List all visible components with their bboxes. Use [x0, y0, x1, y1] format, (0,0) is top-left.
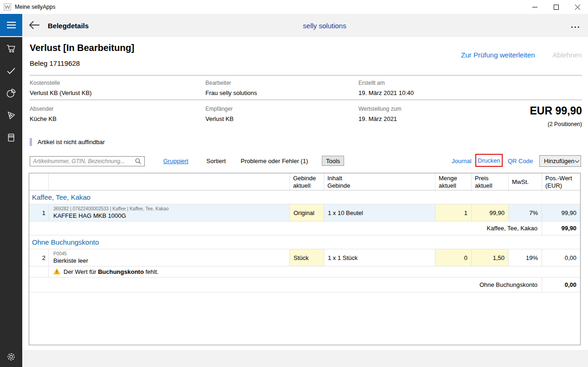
- main-content: Verlust [In Bearbeitung] Beleg 17119628 …: [22, 37, 588, 367]
- inhalt-cell: 1 x 1 Stück: [324, 249, 435, 266]
- col-gebinde: Gebinde aktuell: [290, 173, 324, 191]
- col-pos-wert: Pos.-Wert (EUR): [542, 173, 580, 191]
- col-num: [29, 173, 49, 191]
- document-total: EUR 99,90 (2 Positionen): [530, 105, 582, 127]
- search-icon[interactable]: [135, 158, 141, 165]
- group-header: Kaffee, Tee, Kakao: [29, 190, 580, 204]
- wert-cell: 99,90: [542, 204, 580, 221]
- hamburger-menu-button[interactable]: [0, 14, 22, 36]
- group-header: Ohne Buchungskonto: [29, 235, 580, 249]
- app-logo-icon: [4, 3, 11, 11]
- close-button[interactable]: [567, 0, 588, 14]
- inhalt-cell: 1 x 10 Beutel: [324, 204, 435, 221]
- divider: [30, 100, 582, 100]
- menge-cell[interactable]: 1: [435, 204, 472, 221]
- col-preis: Preis aktuell: [472, 173, 509, 191]
- more-options-button[interactable]: [569, 20, 582, 31]
- field-kostenstelle: Kostenstelle Verlust KB (Verlust KB): [30, 80, 92, 96]
- title-bar: Meine sellyApps: [0, 0, 588, 14]
- print-highlight-annotation: Drucken: [475, 154, 503, 167]
- col-article: [49, 173, 290, 191]
- mwst-cell: 19%: [509, 249, 542, 266]
- row-number: 2: [29, 249, 49, 266]
- group-subtotal-row: Kaffee, Tee, Kakao 99,90: [29, 221, 580, 235]
- table-header-row: Gebinde aktuell Inhalt Gebinde Menge akt…: [29, 173, 580, 190]
- reject-button: Ablehnen: [553, 51, 582, 59]
- problems-filter[interactable]: Probleme oder Fehler (1): [241, 158, 308, 165]
- total-amount: EUR 99,90: [530, 105, 582, 117]
- article-name: KAFFEE HAG MKB 1000G: [53, 212, 126, 219]
- field-bearbeiter: Bearbeiter Frau selly solutions: [205, 80, 257, 96]
- field-erstellt-am: Erstellt am 19. März 2021 10:40: [358, 80, 414, 96]
- book-icon[interactable]: [6, 133, 17, 142]
- tag-icon[interactable]: [6, 111, 17, 120]
- article-cell: P0045 Bierkiste leer: [49, 249, 290, 266]
- tools-button[interactable]: Tools: [322, 156, 344, 166]
- gebinde-cell[interactable]: Stück: [290, 249, 324, 266]
- note-marker: [30, 138, 32, 146]
- positions-table: Gebinde aktuell Inhalt Gebinde Menge akt…: [29, 173, 581, 345]
- field-empfaenger: Empfänger Verlust KB: [205, 106, 234, 122]
- add-dropdown-button[interactable]: Hinzufügen: [539, 155, 581, 167]
- footer-bar: [22, 350, 588, 367]
- forward-for-review-button[interactable]: Zur Prüfung weiterleiten: [461, 51, 535, 59]
- check-icon[interactable]: [6, 66, 17, 76]
- maximize-button[interactable]: [545, 0, 567, 14]
- back-button[interactable]: [28, 19, 41, 32]
- brand-title: selly solutions: [264, 14, 385, 37]
- menge-cell[interactable]: 0: [435, 249, 472, 266]
- window-controls: [524, 0, 588, 14]
- wert-cell: 0,00: [542, 249, 580, 266]
- search-input[interactable]: [30, 158, 135, 165]
- qr-code-link[interactable]: QR Code: [508, 158, 533, 165]
- gear-icon[interactable]: [6, 352, 17, 361]
- divider: [30, 75, 582, 76]
- app-bar: Belegdetails selly solutions: [0, 14, 588, 37]
- preis-cell[interactable]: 1,50: [472, 249, 509, 266]
- print-link[interactable]: Drucken: [478, 157, 500, 164]
- article-cell: 369282 | 07622400002533 | Kaffee | Kaffe…: [49, 204, 290, 221]
- row-warning: Der Wert für Buchungskonto fehlt.: [29, 266, 580, 278]
- col-mwst: MwSt.: [509, 173, 542, 191]
- table-row[interactable]: 1 369282 | 07622400002533 | Kaffee | Kaf…: [29, 204, 580, 221]
- window-title: Meine sellyApps: [15, 4, 55, 10]
- pie-chart-icon[interactable]: [6, 89, 17, 98]
- page-title: Belegdetails: [48, 14, 89, 37]
- article-search-box[interactable]: [30, 156, 145, 166]
- journal-link[interactable]: Journal: [452, 158, 472, 165]
- article-note: Artikel ist nicht auffindbar: [30, 138, 105, 146]
- table-empty-area: [29, 292, 580, 345]
- field-wertstellung: Wertstellung zum 19. März 2021: [358, 106, 401, 122]
- article-meta: P0045: [53, 251, 67, 256]
- preis-cell[interactable]: 99,90: [472, 204, 509, 221]
- article-meta: 369282 | 07622400002533 | Kaffee | Kaffe…: [53, 206, 169, 211]
- chevron-down-icon: [575, 158, 580, 165]
- nav-sidebar: [0, 37, 22, 367]
- col-menge: Menge aktuell: [435, 173, 472, 191]
- positions-count: (2 Positionen): [530, 121, 582, 127]
- article-name: Bierkiste leer: [53, 257, 88, 264]
- mwst-cell: 7%: [509, 204, 542, 221]
- document-title: Verlust [In Bearbeitung]: [30, 43, 134, 53]
- grouped-toggle[interactable]: Gruppiert: [163, 158, 188, 165]
- sorted-toggle[interactable]: Sortiert: [206, 158, 226, 165]
- document-subtitle: Beleg 17119628: [30, 59, 80, 67]
- col-inhalt: Inhalt Gebinde: [324, 173, 435, 191]
- table-row[interactable]: 2 P0045 Bierkiste leer Stück 1 x 1 Stück…: [29, 249, 580, 266]
- gebinde-cell[interactable]: Original: [290, 204, 324, 221]
- cart-icon[interactable]: [6, 44, 17, 53]
- warning-icon: [53, 268, 60, 276]
- row-number: 1: [29, 204, 49, 221]
- field-absender: Absender Küche KB: [30, 106, 57, 122]
- group-subtotal-row: Ohne Buchungskonto 0,00: [29, 278, 580, 292]
- minimize-button[interactable]: [524, 0, 545, 14]
